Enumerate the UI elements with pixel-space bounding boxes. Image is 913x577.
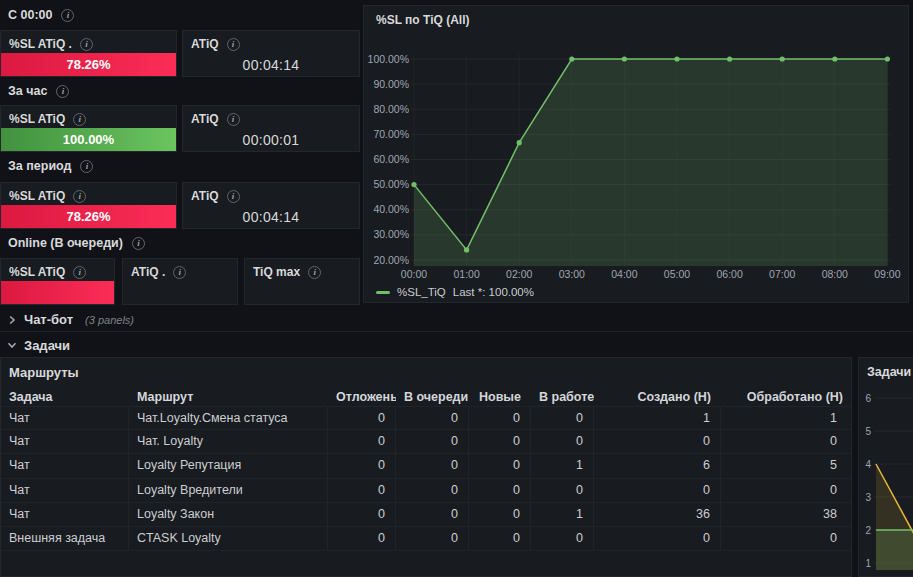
column-header[interactable]: В очереди↓	[396, 390, 469, 404]
svg-text:09:00: 09:00	[874, 268, 900, 280]
panel-title-text: %SL ATiQ	[9, 112, 65, 126]
row-panel-count: (3 panels)	[85, 314, 134, 326]
table-cell: 0	[721, 479, 853, 502]
panel-title[interactable]: ATiQ	[183, 31, 359, 55]
table-cell: 1	[594, 407, 721, 429]
table-cell: Чат	[1, 430, 129, 453]
table-cell: 0	[469, 527, 531, 550]
panel-title[interactable]: %SL ATiQ	[1, 259, 114, 283]
table-cell: 1	[531, 454, 594, 477]
svg-text:4: 4	[865, 459, 871, 470]
column-header[interactable]: Обработано (Н)	[721, 390, 853, 404]
table-body: ЧатЧат.Loyalty.Смена статуса000011ЧатЧат…	[1, 406, 851, 551]
svg-text:50.00%: 50.00%	[373, 178, 409, 190]
panel-title[interactable]: ATiQ	[183, 183, 359, 207]
stat-value: 00:00:01	[183, 132, 359, 148]
panel-tiq-max-online: TiQ max	[244, 258, 360, 305]
panel-tasks-chart: Задачи (All 654321	[858, 357, 913, 577]
panel-title-text[interactable]: Маршруты	[9, 365, 79, 380]
column-header[interactable]: Маршрут	[129, 390, 328, 404]
table-cell: Чат	[1, 503, 129, 526]
column-header[interactable]: Создано (Н)	[594, 390, 721, 404]
panel-title-text: ATiQ	[191, 189, 219, 203]
panel-atiq-hour: ATiQ 00:00:01	[182, 105, 360, 152]
table-cell: Loyalty Репутация	[129, 454, 328, 477]
panel-title[interactable]: %SL ATiQ .	[1, 31, 176, 55]
panel-atiq-online: ATiQ .	[122, 258, 238, 305]
table-cell: 0	[396, 407, 469, 429]
panel-title[interactable]: TiQ max	[245, 259, 359, 283]
svg-text:05:00: 05:00	[664, 268, 690, 280]
svg-text:08:00: 08:00	[822, 268, 848, 280]
info-icon[interactable]	[73, 266, 86, 279]
info-icon[interactable]	[73, 190, 86, 203]
timeseries-plot[interactable]: 654321	[859, 358, 913, 576]
table-cell: Чат	[1, 407, 129, 429]
svg-text:1: 1	[865, 558, 871, 569]
bar-gauge	[1, 281, 114, 304]
info-icon[interactable]	[227, 38, 240, 51]
stat-value: 00:04:14	[183, 209, 359, 225]
panel-title-text: ATiQ	[191, 37, 219, 51]
table-cell: 0	[396, 454, 469, 477]
table-cell: 0	[396, 430, 469, 453]
column-header[interactable]: Отложены	[328, 390, 396, 404]
svg-text:04:00: 04:00	[611, 268, 637, 280]
table-cell: 0	[328, 454, 396, 477]
table-cell: 0	[469, 479, 531, 502]
column-header[interactable]: Новые	[469, 390, 531, 404]
table-cell: Чат	[1, 479, 129, 502]
svg-text:06:00: 06:00	[716, 268, 742, 280]
info-icon[interactable]	[56, 85, 69, 98]
panel-atiq-from0000: ATiQ 00:04:14	[182, 30, 360, 77]
table-cell: 0	[469, 407, 531, 429]
table-cell: 0	[328, 407, 396, 429]
table-header-row: ЗадачаМаршрутОтложеныВ очереди↓НовыеВ ра…	[1, 387, 853, 406]
panel-sl-atiq-from0000: %SL ATiQ . 78.26%	[0, 30, 177, 77]
svg-text:3: 3	[865, 492, 871, 503]
table-row: ЧатЧат.Loyalty.Смена статуса000011	[1, 406, 851, 430]
dashboard-row-chatbot[interactable]: Чат-бот (3 panels)	[0, 308, 913, 332]
timeseries-plot[interactable]: 100.00%90.00%80.00%70.00%60.00%50.00%40.…	[364, 6, 908, 302]
bar-gauge: 100.00%	[1, 128, 176, 151]
info-icon[interactable]	[80, 38, 93, 51]
panel-title[interactable]: %SL ATiQ	[1, 183, 176, 207]
info-icon[interactable]	[80, 160, 93, 173]
svg-text:70.00%: 70.00%	[373, 128, 409, 140]
stat-value: 00:04:14	[183, 57, 359, 73]
legend-series-name[interactable]: %SL_TiQ	[397, 286, 446, 298]
panel-sl-po-tiq: %SL по TiQ (All) 100.00%90.00%80.00%70.0…	[363, 5, 909, 303]
column-header[interactable]: В работе	[531, 390, 594, 404]
table-cell: 5	[721, 454, 853, 477]
table-cell: Loyalty Вредители	[129, 479, 328, 502]
panel-title-text: %SL ATiQ .	[9, 37, 72, 51]
panel-title[interactable]: ATiQ .	[123, 259, 237, 283]
info-icon[interactable]	[227, 113, 240, 126]
dashboard-row-tasks[interactable]: Задачи	[0, 333, 913, 357]
panel-title-text: %SL ATiQ	[9, 189, 65, 203]
bar-gauge-value: 78.26%	[66, 57, 110, 72]
info-icon[interactable]	[227, 190, 240, 203]
section-label-period: За период	[8, 159, 93, 173]
column-header[interactable]: Задача	[1, 390, 129, 404]
panel-title[interactable]: %SL ATiQ	[1, 106, 176, 130]
chart-legend: %SL_TiQ Last *: 100.00%	[376, 286, 534, 298]
svg-text:01:00: 01:00	[453, 268, 479, 280]
section-label-text: За час	[8, 84, 47, 98]
table-cell: 0	[721, 430, 853, 453]
svg-text:5: 5	[865, 426, 871, 437]
series-color-dash	[376, 291, 390, 294]
info-icon[interactable]	[132, 237, 145, 250]
table-cell: 36	[594, 503, 721, 526]
table-cell: 0	[328, 430, 396, 453]
info-icon[interactable]	[308, 266, 321, 279]
panel-title[interactable]: ATiQ	[183, 106, 359, 130]
section-label-text: Online (В очереди)	[8, 236, 123, 250]
info-icon[interactable]	[73, 113, 86, 126]
info-icon[interactable]	[61, 9, 74, 22]
panel-title-text: ATiQ .	[131, 265, 165, 279]
section-label-text: За период	[8, 159, 71, 173]
table-cell: 0	[328, 479, 396, 502]
info-icon[interactable]	[173, 266, 186, 279]
svg-text:30.00%: 30.00%	[373, 228, 409, 240]
